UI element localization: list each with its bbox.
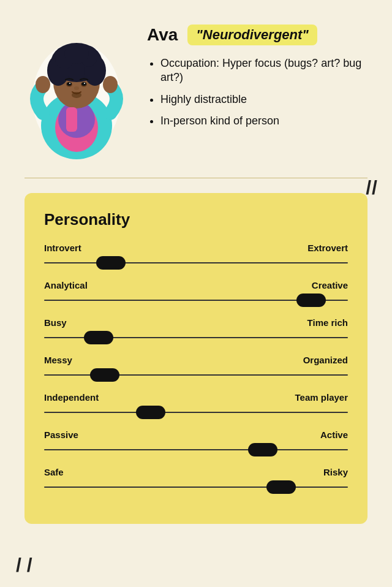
slider-thumb-4[interactable]	[136, 406, 165, 419]
slider-row-2: BusyTime rich	[44, 317, 348, 344]
slider-track-4	[44, 412, 348, 413]
deco-bottom-left: / /	[16, 555, 32, 575]
slider-row-1: AnalyticalCreative	[44, 280, 348, 306]
slider-label-right-6: Risky	[323, 467, 348, 477]
slider-row-3: MessyOrganized	[44, 355, 348, 381]
slider-label-left-3: Messy	[44, 355, 72, 365]
header-info: Ava "Neurodivergent" Occupation: Hyper f…	[135, 18, 368, 136]
slider-label-left-2: Busy	[44, 317, 67, 328]
svg-point-17	[84, 83, 85, 84]
slider-row-4: IndependentTeam player	[44, 392, 348, 418]
slider-row-0: IntrovertExtrovert	[44, 243, 348, 269]
svg-point-14	[67, 82, 72, 86]
deco-top-right: / /	[366, 178, 375, 197]
sliders-container: IntrovertExtrovertAnalyticalCreativeBusy…	[44, 243, 348, 493]
slider-row-5: PassiveActive	[44, 430, 348, 456]
slider-label-left-6: Safe	[44, 467, 64, 477]
bullet-inperson: In-person kind of person	[160, 114, 368, 128]
slider-thumb-0[interactable]	[96, 256, 126, 270]
slider-track-6	[44, 487, 348, 488]
svg-point-18	[72, 92, 81, 98]
slider-track-0	[44, 262, 348, 263]
character-name: Ava	[147, 25, 178, 45]
slider-label-left-4: Independent	[44, 392, 99, 403]
slider-track-container-2[interactable]	[44, 331, 348, 344]
svg-point-16	[69, 83, 70, 84]
slider-thumb-3[interactable]	[90, 368, 119, 382]
avatar-container	[24, 18, 135, 159]
personality-title: Personality	[44, 210, 348, 229]
slider-label-left-1: Analytical	[44, 280, 88, 290]
slider-row-6: SafeRisky	[44, 467, 348, 493]
slider-track-container-1[interactable]	[44, 294, 348, 306]
header-section: Ava "Neurodivergent" Occupation: Hyper f…	[24, 18, 368, 159]
section-divider	[24, 178, 368, 178]
slider-label-right-4: Team player	[295, 392, 348, 403]
slider-track-container-5[interactable]	[44, 444, 348, 456]
svg-rect-22	[66, 107, 77, 132]
svg-point-21	[103, 76, 118, 93]
slider-label-right-0: Extrovert	[307, 243, 348, 253]
slider-track-container-0[interactable]	[44, 257, 348, 269]
slider-thumb-2[interactable]	[84, 331, 113, 344]
character-avatar	[24, 18, 129, 159]
svg-point-15	[81, 82, 86, 86]
character-bullets: Occupation: Hyper focus (bugs? art? bug …	[147, 56, 368, 129]
slider-label-left-5: Passive	[44, 430, 78, 440]
slider-label-right-3: Organized	[303, 355, 348, 365]
slider-label-right-1: Creative	[312, 280, 348, 290]
svg-point-11	[64, 44, 89, 64]
slider-track-container-6[interactable]	[44, 481, 348, 493]
neurodivergent-badge: "Neurodivergent"	[187, 25, 317, 45]
bullet-occupation: Occupation: Hyper focus (bugs? art? bug …	[160, 56, 368, 85]
page-container: Ava "Neurodivergent" Occupation: Hyper f…	[0, 0, 392, 587]
slider-thumb-1[interactable]	[296, 294, 326, 307]
personality-card: Personality IntrovertExtrovertAnalytical…	[24, 193, 368, 524]
svg-point-19	[74, 86, 79, 90]
slider-track-container-4[interactable]	[44, 406, 348, 418]
slider-label-right-2: Time rich	[307, 317, 348, 328]
slider-label-right-5: Active	[320, 430, 348, 440]
slider-thumb-6[interactable]	[266, 480, 296, 494]
slider-track-5	[44, 449, 348, 450]
name-row: Ava "Neurodivergent"	[147, 25, 368, 45]
slider-label-left-0: Introvert	[44, 243, 81, 253]
slider-track-container-3[interactable]	[44, 369, 348, 381]
bullet-distractible: Highly distractible	[160, 93, 368, 107]
svg-point-20	[36, 76, 50, 93]
slider-thumb-5[interactable]	[248, 443, 277, 456]
